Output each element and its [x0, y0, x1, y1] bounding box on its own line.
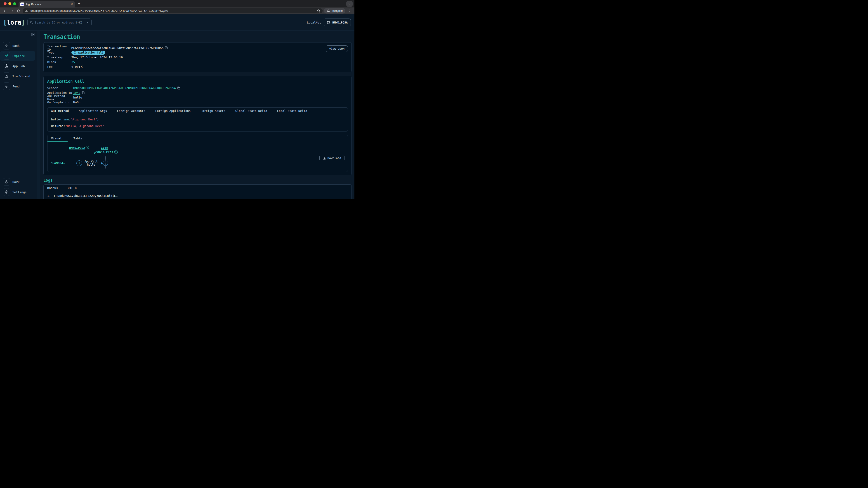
logo-bracket: [	[3, 19, 7, 26]
tab-foreign-applications[interactable]: Foreign Applications	[150, 107, 196, 114]
graph-app-header: 1048	[101, 146, 108, 149]
wizard-hat-icon	[4, 74, 8, 78]
browser-menu-button[interactable]	[347, 8, 352, 13]
abi-call-signature: hello(name: "Algorand Dev!")	[51, 117, 344, 122]
gear-icon	[5, 190, 8, 194]
sidebar-item-theme-dark[interactable]: Dark	[0, 177, 35, 187]
sidebar-item-app-lab[interactable]: App Lab	[0, 61, 35, 71]
logs-panel: Base64 UTF-8 1. FR98dQAUSGVsbG8sIEFsZ29y…	[43, 184, 352, 199]
collapse-sidebar-icon[interactable]	[31, 33, 35, 37]
logs-tabs: Base64 UTF-8	[43, 185, 351, 191]
tab-title: AlgoKit - lora	[26, 3, 68, 6]
field-sender: Sender HMWDSHQCOPD2T36WBAHLAZ6PO5GDJJZBN…	[47, 86, 348, 90]
abi-fn-name: hello	[51, 118, 60, 121]
arrow-right-icon	[10, 9, 13, 13]
transaction-link[interactable]: MLAMKB4…	[51, 161, 65, 165]
sidebar-item-back[interactable]: Back	[0, 41, 35, 51]
graph-group-header: O6JJ…F7CI2	[94, 151, 118, 154]
wallet-button[interactable]: HMWD…PQSA	[324, 19, 351, 26]
copy-icon[interactable]	[165, 46, 168, 49]
fee-value: 0.001	[71, 65, 80, 68]
tab-foreign-accounts[interactable]: Foreign Accounts	[112, 107, 150, 114]
tab-global-state-delta[interactable]: Global State Delta	[230, 107, 272, 114]
application-id-link[interactable]: 1048	[73, 91, 80, 94]
minimize-window-button[interactable]	[8, 2, 11, 5]
clear-search-icon[interactable]	[86, 21, 89, 24]
account-number-badge: 1	[86, 146, 89, 149]
site-settings-icon[interactable]	[25, 9, 28, 12]
tab-visual[interactable]: Visual	[48, 135, 68, 142]
sidebar-item-explore[interactable]: Explore	[0, 51, 35, 61]
sidebar-item-fund[interactable]: Fund	[0, 81, 35, 91]
logs-heading: Logs	[43, 178, 352, 183]
transaction-visual-panel: Visual Table HMWD…PQSA1 1048 O6JJ…F7CI2	[47, 135, 348, 172]
tab-abi-method[interactable]: ABI Method	[48, 107, 74, 114]
tab-application-args[interactable]: Application Args	[74, 107, 112, 114]
tab-foreign-assets[interactable]: Foreign Assets	[195, 107, 230, 114]
graph-arrow-head	[101, 162, 103, 165]
transaction-type-badge: () Application Call	[71, 51, 105, 55]
field-transaction-id: Transaction ID MLAMKB4ANXZ5NA2XY7ZNF3EAI…	[47, 45, 348, 50]
url-text[interactable]: lora.algokit.io/localnet/transaction/MLA…	[30, 9, 315, 12]
new-tab-button[interactable]: +	[78, 1, 81, 6]
lora-logo[interactable]: [lora]	[3, 19, 25, 26]
graph-edge-label: App Callhello	[85, 160, 98, 166]
sender-link[interactable]: HMWDSHQCOPD2T36WBAHLAZ6PO5GDJJZBN4D2TODK…	[73, 86, 176, 90]
address-bar[interactable]: lora.algokit.io/localnet/transaction/MLA…	[23, 8, 322, 13]
copy-icon[interactable]	[82, 91, 85, 94]
log-line-number: 1.	[47, 194, 51, 197]
sidebar-item-settings[interactable]: Settings	[0, 187, 35, 197]
tab-utf8[interactable]: UTF-8	[63, 185, 82, 191]
moon-icon	[5, 180, 8, 184]
forward-button[interactable]	[9, 8, 14, 13]
lora-app: [lora] LocalNet HMWD…PQSA	[0, 14, 354, 199]
tab-base64[interactable]: Base64	[43, 185, 63, 191]
tab-search-chevron-button[interactable]	[346, 1, 352, 7]
sidebar-gutter	[37, 31, 40, 199]
field-label: Fee	[47, 65, 71, 68]
bookmark-star-icon[interactable]	[317, 9, 320, 13]
back-button[interactable]	[2, 8, 8, 13]
download-button[interactable]: Download	[319, 155, 344, 161]
incognito-badge: Incognito	[324, 8, 345, 13]
log-line-value: FR98dQAUSGVsbG8sIEFsZ29yYW5kIERldiE=	[54, 194, 118, 197]
group-link[interactable]: O6JJ…F7CI	[97, 151, 113, 154]
chevron-down-icon	[348, 2, 351, 5]
timestamp-value: Thu, 17 October 2024 17:06:16	[71, 56, 123, 59]
sidebar-collapse-row	[0, 31, 37, 37]
sidebar-item-label: Dark	[12, 180, 20, 184]
network-name[interactable]: LocalNet	[307, 21, 321, 24]
app-header: [lora] LocalNet HMWD…PQSA	[0, 14, 354, 31]
view-json-button[interactable]: View JSON	[326, 45, 348, 52]
close-window-button[interactable]	[4, 2, 6, 5]
search-input[interactable]	[35, 21, 84, 24]
sidebar-item-label: App Lab	[12, 64, 25, 68]
sidebar-item-txn-wizard[interactable]: Txn Wizard	[0, 71, 35, 81]
field-label: Transaction ID	[47, 44, 71, 51]
tab-close-icon[interactable]: ✕	[70, 2, 73, 6]
search-icon	[30, 21, 33, 24]
algo-symbol: Ⱥ	[81, 65, 83, 68]
field-label: ABI Method Name	[47, 94, 73, 101]
reload-button[interactable]	[16, 8, 21, 13]
application-link[interactable]: 1048	[101, 146, 108, 149]
sidebar-item-label: Settings	[12, 191, 27, 194]
block-link[interactable]: 35	[71, 60, 75, 64]
sidebar-footer: Dark Settings	[0, 177, 37, 197]
copy-icon[interactable]	[177, 87, 180, 90]
abi-arg-value: "Algorand Dev!"	[70, 118, 97, 121]
edge-type-label: App Call	[85, 160, 98, 163]
search-box[interactable]	[27, 19, 92, 26]
maximize-window-button[interactable]	[13, 2, 16, 5]
arrow-left-icon	[5, 44, 8, 48]
field-label: Block	[47, 60, 71, 64]
tab-strip: [ak] AlgoKit - lora ✕ +	[0, 0, 354, 7]
view-json-label: View JSON	[329, 47, 344, 51]
browser-tab[interactable]: [ak] AlgoKit - lora ✕	[19, 1, 75, 7]
graph-edge-line	[97, 163, 101, 163]
tab-table[interactable]: Table	[68, 135, 88, 142]
account-link[interactable]: HMWD…PQSA	[69, 146, 85, 150]
field-fee: Fee 0.001Ⱥ	[47, 64, 348, 69]
tab-local-state-delta[interactable]: Local State Delta	[272, 107, 312, 114]
field-application-id: Application ID 1048	[47, 90, 348, 95]
